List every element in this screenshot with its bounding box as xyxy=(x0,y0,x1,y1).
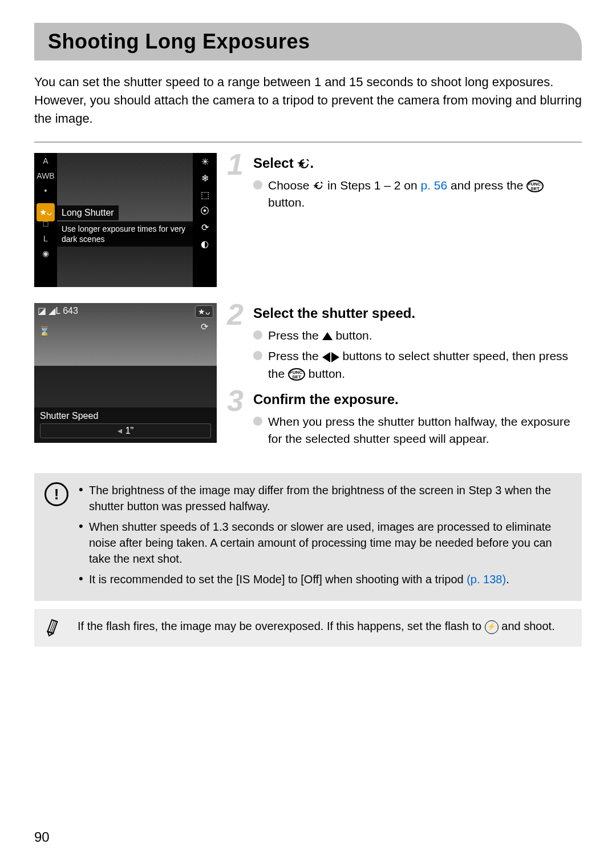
step-bullet: Press the buttons to select shutter spee… xyxy=(253,348,582,382)
lcd2-slider-value: 1" xyxy=(125,426,134,436)
lcd1-mode-label: Long Shutter xyxy=(57,205,119,220)
step-bullet: Press the button. xyxy=(253,327,582,344)
bullet-dot-icon xyxy=(253,417,262,426)
caution-item: The brightness of the image may differ f… xyxy=(79,482,572,514)
lcd2-shutter-slider: ◂ 1" xyxy=(40,423,211,438)
self-timer-icon: ⌛ xyxy=(39,326,50,337)
step-2-number: 2 xyxy=(227,300,244,329)
up-button-icon xyxy=(322,332,333,340)
star-timer-icon: ★ᴗ xyxy=(37,203,55,221)
lcd2-status: ◪ ◢L 643 xyxy=(38,305,78,316)
star-timer-icon: ★ xyxy=(313,181,324,191)
divider xyxy=(34,142,582,143)
caution-icon: ! xyxy=(44,482,68,592)
lcd2-footer-label: Shutter Speed xyxy=(40,411,211,421)
step-3-title: Confirm the exposure. xyxy=(253,391,582,407)
bullet-dot-icon xyxy=(253,351,262,360)
step-1-number: 1 xyxy=(227,150,244,179)
lcd1-left-icons: AAWB• ★ᴗ □L◉ xyxy=(34,153,57,287)
page-link[interactable]: p. 56 xyxy=(421,179,448,192)
timer-icon: ⟳ xyxy=(201,321,208,332)
func-set-icon: FUNC.SET xyxy=(526,180,544,192)
tip-note-box: If the flash fires, the image may be ove… xyxy=(34,609,582,647)
section-title-bar: Shooting Long Exposures xyxy=(34,23,582,60)
bullet-text: Choose ★ in Steps 1 – 2 on p. 56 and pre… xyxy=(268,177,582,212)
camera-screenshot-shutter-speed: ◪ ◢L 643 ★ᴗ ⟳ ⌛ Shutter Speed ◂ 1" xyxy=(34,303,217,443)
page-number: 90 xyxy=(34,829,50,845)
caution-list: The brightness of the image may differ f… xyxy=(79,482,572,592)
star-timer-icon: ★ᴗ xyxy=(195,305,213,318)
step-bullet: When you press the shutter button halfwa… xyxy=(253,413,582,448)
func-set-icon: FUNC.SET xyxy=(288,368,305,381)
svg-rect-2 xyxy=(48,620,58,633)
bullet-text: Press the buttons to select shutter spee… xyxy=(268,348,582,382)
lcd1-right-icons: ✳❄⬚⦿⟳◐ xyxy=(193,153,217,287)
bullet-dot-icon xyxy=(253,330,262,340)
caution-item: When shutter speeds of 1.3 seconds or sl… xyxy=(79,519,572,567)
step-bullet: Choose ★ in Steps 1 – 2 on p. 56 and pre… xyxy=(253,177,582,212)
step-3: 3 Confirm the exposure. When you press t… xyxy=(230,391,582,448)
lcd1-tooltip: Use longer exposure times for very dark … xyxy=(57,221,193,247)
step-1-title: Select ★. xyxy=(253,155,582,171)
flash-off-icon: ⚡ xyxy=(485,620,499,634)
bullet-text: Press the button. xyxy=(268,327,372,344)
section-title: Shooting Long Exposures xyxy=(48,30,568,54)
star-timer-icon: ★ xyxy=(297,158,310,169)
camera-screenshot-long-shutter: AAWB• ★ᴗ □L◉ Long Shutter Use longer exp… xyxy=(34,153,217,287)
bullet-dot-icon xyxy=(253,180,262,189)
bullet-text: When you press the shutter button halfwa… xyxy=(268,413,582,448)
left-right-buttons-icon xyxy=(322,352,339,362)
caution-item: It is recommended to set the [IS Mode] t… xyxy=(79,571,572,587)
caution-note-box: ! The brightness of the image may differ… xyxy=(34,473,582,601)
step-3-number: 3 xyxy=(227,386,244,415)
step-2-title: Select the shutter speed. xyxy=(253,305,582,321)
tip-text: If the flash fires, the image may be ove… xyxy=(78,618,572,637)
pencil-icon xyxy=(44,618,67,637)
step-1: 1 Select ★. Choose ★ in Steps 1 – 2 on p… xyxy=(230,155,582,212)
step-2: 2 Select the shutter speed. Press the bu… xyxy=(230,305,582,382)
intro-paragraph: You can set the shutter speed to a range… xyxy=(34,73,582,128)
page-link[interactable]: (p. 138) xyxy=(467,573,506,586)
